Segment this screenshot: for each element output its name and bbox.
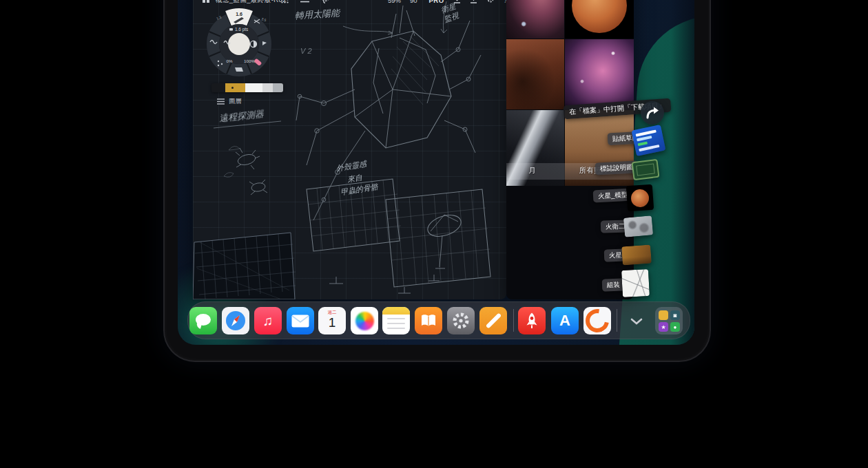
books-app-icon[interactable] [415,307,442,334]
notes-app-icon[interactable] [382,307,410,334]
drag-arrow-badge [641,101,664,125]
calendar-app-icon[interactable]: 週二 1 [318,307,346,334]
dock: ♫ 週二 1 A [187,301,690,339]
drag-thumb-green-patch[interactable] [631,159,659,180]
blueprint-sketch [193,0,506,299]
mini-app-purple: ★ [659,322,668,332]
comet-app-icon[interactable] [583,307,611,334]
dock-divider-2 [617,309,617,332]
photos-flower-icon [355,312,374,330]
settings-app-icon[interactable] [447,307,475,334]
draw-app-icon[interactable] [479,307,507,334]
ipad-screen: 概念_藍圖_最終版-R02 59% 90° PRO [178,0,694,345]
photo-mars-landscape[interactable] [506,39,564,109]
rocket-app-icon[interactable] [518,307,546,334]
photos-app-icon[interactable] [351,307,378,334]
app-store-icon[interactable]: A [551,307,579,334]
mini-app-teal: ◙ [670,310,680,320]
safari-app-icon[interactable] [222,307,249,334]
paint-app-window: 概念_藍圖_最終版-R02 59% 90° PRO [193,0,506,299]
calendar-day: 1 [318,316,346,329]
wallpaper-edge-shade [671,0,694,345]
marketing-scene: 概念_藍圖_最終版-R02 59% 90° PRO [0,0,868,468]
drag-thumb-deimos[interactable] [623,215,653,237]
photo-mars-globe[interactable] [565,0,634,39]
annotation-version: V 2 [300,47,312,55]
drag-thumb-mars-model[interactable] [626,184,654,212]
mini-app-yellow [659,310,668,320]
music-app-icon[interactable]: ♫ [254,307,282,334]
dock-divider-1 [513,309,514,332]
dock-collapse-chevron[interactable] [630,316,643,328]
drag-thumb-assembly-sketch[interactable] [621,269,650,297]
messages-app-icon[interactable] [189,307,217,334]
app-library-icon[interactable]: ◙ ★ ● [655,307,683,334]
mini-app-green: ● [670,322,680,332]
album-label-moon[interactable]: 月 [528,166,536,176]
forward-arrow-icon [645,106,660,120]
mail-app-icon[interactable] [287,307,314,334]
drag-thumb-mars-terrain[interactable] [621,245,652,266]
chevron-down-icon [630,317,643,326]
photo-nebula-horsehead[interactable] [506,0,564,39]
photo-nebula-orion[interactable] [565,39,634,109]
